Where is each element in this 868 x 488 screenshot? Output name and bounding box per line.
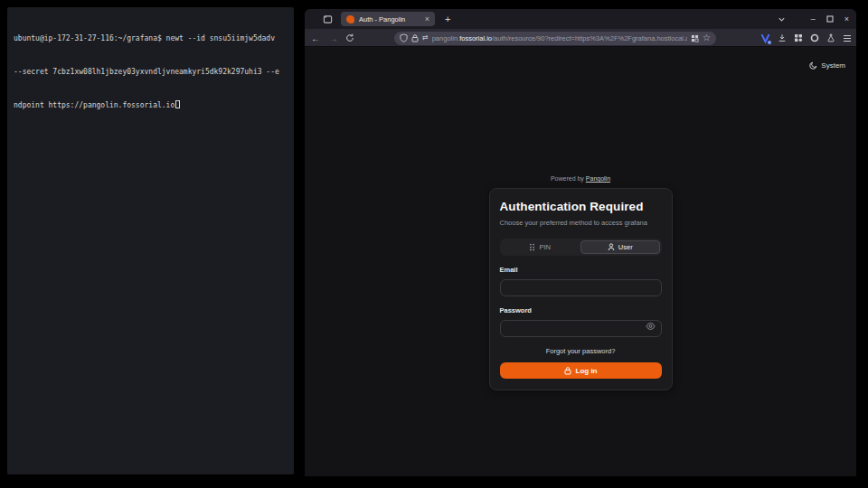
adblocker-extension-icon[interactable] <box>810 33 819 42</box>
terminal-line: ubuntu@ip-172-31-27-116:~/grafana$ newt … <box>14 33 288 44</box>
card-title: Authentication Required <box>500 200 662 213</box>
tab-title: Auth - Pangolin <box>359 15 420 23</box>
moon-icon <box>809 61 817 70</box>
shortcuts-grid-icon[interactable] <box>691 34 699 42</box>
vpn-extension-icon[interactable] <box>760 33 770 43</box>
pangolin-link[interactable]: Pangolin <box>586 175 610 182</box>
back-button[interactable]: ← <box>309 33 322 43</box>
card-subtitle: Choose your preferred method to access g… <box>500 219 662 227</box>
tab-pin[interactable]: PIN <box>502 240 580 254</box>
url-bar[interactable]: ⇄ pangolin.fossorial.io/auth/resource/90… <box>394 32 716 45</box>
password-label: Password <box>500 306 662 314</box>
password-field[interactable] <box>500 320 662 337</box>
login-button-label: Log in <box>576 367 598 375</box>
browser-window: Auth - Pangolin × + – × ← → <box>305 9 856 476</box>
url-text: pangolin.fossorial.io/auth/resource/90?r… <box>432 34 687 42</box>
menu-hamburger-icon[interactable] <box>843 34 852 42</box>
forward-button[interactable]: → <box>327 33 340 43</box>
tab-bar: Auth - Pangolin × + – × <box>305 9 856 29</box>
minimize-button[interactable]: – <box>811 15 816 23</box>
terminal-window[interactable]: ubuntu@ip-172-31-27-116:~/grafana$ newt … <box>7 7 294 474</box>
extensions-icon[interactable] <box>794 33 803 42</box>
flask-extension-icon[interactable] <box>826 33 835 42</box>
maximize-button[interactable] <box>826 15 834 23</box>
user-icon <box>608 243 615 251</box>
downloads-icon[interactable] <box>778 33 787 42</box>
login-button[interactable]: Log in <box>500 362 662 379</box>
tab-user-label: User <box>618 243 633 251</box>
bookmark-star-icon[interactable]: ☆ <box>703 33 711 42</box>
new-tab-button[interactable]: + <box>445 14 450 24</box>
tab-user[interactable]: User <box>580 240 660 254</box>
lock-icon[interactable] <box>411 34 419 42</box>
desktop: { "terminal": { "lines": [ "ubuntu@ip-17… <box>0 0 868 488</box>
show-password-eye-icon[interactable] <box>646 322 656 331</box>
tab-close-icon[interactable]: × <box>425 15 429 23</box>
list-tabs-chevron-icon[interactable] <box>778 15 786 23</box>
keypad-icon <box>529 243 535 251</box>
theme-toggle[interactable]: System <box>809 61 845 70</box>
terminal-line: --secret 7cbz1xw08lh1jbzey03yxvndljvneam… <box>14 67 288 78</box>
powered-by: Powered by Pangolin <box>551 175 610 182</box>
terminal-cursor <box>175 100 180 108</box>
browser-toolbar: ← → ⇄ pangolin.fossorial.io/auth/resourc… <box>305 29 856 47</box>
email-label: Email <box>500 266 662 274</box>
pangolin-favicon-icon <box>346 15 354 23</box>
tab-pin-label: PIN <box>539 243 551 251</box>
lock-button-icon <box>564 367 571 375</box>
vpn-badge <box>768 41 771 44</box>
browser-tab-auth-pangolin[interactable]: Auth - Pangolin × <box>341 12 435 26</box>
email-field[interactable] <box>500 279 662 296</box>
close-window-button[interactable]: × <box>844 15 849 23</box>
terminal-line: ndpoint https://pangolin.fossorial.io <box>14 100 288 111</box>
page-content: System Powered by Pangolin Authenticatio… <box>305 48 856 476</box>
reload-button[interactable] <box>345 33 358 42</box>
permissions-switch-icon[interactable]: ⇄ <box>422 34 429 42</box>
forgot-password-link[interactable]: Forgot your password? <box>500 347 662 355</box>
auth-method-tabs: PIN User <box>500 239 662 256</box>
tracking-protection-shield-icon[interactable] <box>400 33 408 42</box>
auth-card: Authentication Required Choose your pref… <box>489 188 673 390</box>
theme-label: System <box>821 61 845 70</box>
firefox-view-icon[interactable] <box>323 14 333 24</box>
